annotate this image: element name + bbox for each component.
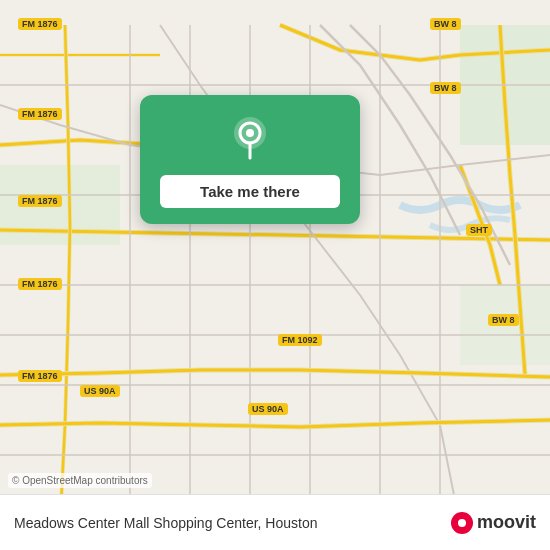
road-label-fm1876-5: FM 1876 <box>18 370 62 382</box>
location-pin-icon <box>226 113 274 161</box>
location-card: Take me there <box>140 95 360 224</box>
location-name: Meadows Center Mall Shopping Center, Hou… <box>14 515 451 531</box>
map-attribution: © OpenStreetMap contributors <box>8 473 152 488</box>
take-me-there-button[interactable]: Take me there <box>160 175 340 208</box>
road-label-bw8-1: BW 8 <box>430 18 461 30</box>
moovit-logo-text: moovit <box>477 512 536 533</box>
road-label-fm1092: FM 1092 <box>278 334 322 346</box>
road-label-us90a-1: US 90A <box>80 385 120 397</box>
map-roads <box>0 0 550 550</box>
road-label-fm1876-3: FM 1876 <box>18 195 62 207</box>
road-label-us90a-2: US 90A <box>248 403 288 415</box>
moovit-logo: moovit <box>451 512 536 534</box>
moovit-dot-icon <box>451 512 473 534</box>
road-label-fm1876-2: FM 1876 <box>18 108 62 120</box>
road-label-bw8-2: BW 8 <box>430 82 461 94</box>
road-label-sht: SHT <box>466 224 492 236</box>
road-label-bw8-3: BW 8 <box>488 314 519 326</box>
svg-point-19 <box>246 129 254 137</box>
bottom-bar: Meadows Center Mall Shopping Center, Hou… <box>0 494 550 550</box>
map-container: FM 1876 FM 1876 FM 1876 FM 1876 FM 1876 … <box>0 0 550 550</box>
road-label-fm1876-1: FM 1876 <box>18 18 62 30</box>
road-label-fm1876-4: FM 1876 <box>18 278 62 290</box>
